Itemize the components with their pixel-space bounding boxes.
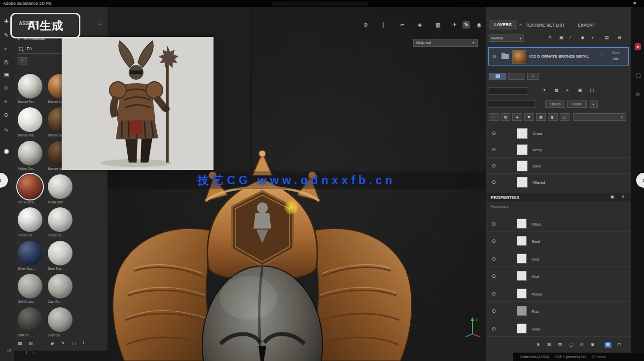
tool-selection-icon[interactable]: ◉ — [3, 148, 9, 154]
material-item[interactable]: Metal Dam... — [48, 174, 75, 204]
material-item[interactable]: Steel Pai... — [48, 241, 75, 270]
stack-small-icon[interactable]: ▣ — [591, 343, 595, 347]
layer-search-input[interactable] — [489, 87, 528, 95]
material-item[interactable]: Fabric Or... — [48, 207, 75, 237]
tab-export[interactable]: EXPORT — [578, 23, 595, 28]
display-settings-icon[interactable]: ◎ — [636, 92, 640, 97]
tool-projection-icon[interactable]: ◎ — [4, 59, 9, 65]
add-smart-material-icon[interactable]: ◐ — [592, 35, 594, 40]
layer-visibility-icon[interactable]: ⊙ — [492, 163, 496, 168]
material-item[interactable]: Cast Ro... — [48, 274, 75, 303]
tab-textureset-list[interactable]: TEXTURE SET LIST — [526, 23, 565, 28]
material-item[interactable]: Dark Iro... — [18, 307, 45, 337]
refresh-icon[interactable]: ↺ — [7, 348, 11, 354]
spray-icon[interactable]: ✈ — [542, 88, 546, 93]
mode-toggle-7[interactable]: ▢ — [560, 113, 570, 121]
tool-clone-icon[interactable]: ≡ — [4, 98, 7, 104]
close-panel-icon[interactable]: ✕ — [621, 195, 625, 199]
layer-visibility-icon[interactable]: ⊙ — [492, 54, 496, 59]
property-row[interactable]: ⊙ Kind — [486, 269, 631, 284]
pause-icon[interactable]: ∥ — [382, 22, 385, 28]
grid-small-icon[interactable]: ▦ — [547, 343, 551, 347]
property-row[interactable]: ⊙ Rust — [486, 304, 631, 319]
add-folder-icon[interactable]: ▤ — [605, 35, 609, 40]
target-icon[interactable]: ⌖ — [566, 88, 569, 93]
camera-icon[interactable]: ◉ — [477, 22, 482, 28]
panel-menu-icon[interactable]: ▢ — [99, 21, 103, 25]
play-playback-icon[interactable]: ▷ — [33, 351, 35, 354]
tool-move-icon[interactable]: ✚ — [4, 19, 8, 24]
property-visibility-icon[interactable]: ⊙ — [492, 326, 496, 331]
material-item[interactable]: Gray Co... — [48, 307, 75, 337]
active-view-icon[interactable]: ▦ — [605, 342, 611, 348]
layer-row[interactable]: ⊙ Crust — [486, 126, 631, 141]
property-visibility-icon[interactable]: ⊙ — [492, 238, 496, 244]
drag-handle-icon[interactable]: ∷ — [601, 53, 604, 58]
mode-toggle-3[interactable]: ◈ — [512, 113, 522, 121]
channel-list-dropdown[interactable]: ▼ — [527, 73, 539, 80]
material-item[interactable]: Bronze Fin... — [18, 74, 45, 103]
mode-toggle-2[interactable]: ▤ — [501, 113, 510, 121]
material-item[interactable]: Fabric Co... — [18, 207, 45, 237]
property-row[interactable]: ⊙ Plated — [486, 287, 631, 302]
property-row[interactable]: ⊙ Fitted — [486, 217, 631, 232]
property-visibility-icon[interactable]: ⊙ — [492, 291, 496, 296]
material-item-selected[interactable]: Iron Rust D... — [18, 174, 45, 204]
tab-layers-close-icon[interactable]: ✕ — [519, 23, 522, 27]
add-mask-icon[interactable]: ◆ — [581, 35, 584, 40]
layer-opacity-value[interactable]: 100 — [612, 57, 618, 61]
grid-view-icon[interactable]: ▦ — [18, 341, 22, 346]
property-row[interactable]: ⊙ Inlaid — [486, 322, 631, 337]
mode-toggle-5[interactable]: ▦ — [536, 113, 546, 121]
tab-layers[interactable]: LAYERS — [489, 20, 517, 30]
tool-particles-icon[interactable]: ∿ — [4, 127, 8, 132]
value-field-1[interactable]: 100.00 — [545, 100, 565, 108]
mode-toggle-4[interactable]: ✱ — [524, 113, 534, 121]
zoom-thumbnails-icon[interactable]: ⊕ — [50, 341, 54, 346]
value-units-dropdown[interactable]: ▼ — [589, 100, 598, 108]
folder-small-icon[interactable]: ▤ — [580, 343, 584, 347]
material-item[interactable]: Yellow Ow... — [18, 141, 45, 170]
tool-smudge-icon[interactable]: ◇ — [4, 85, 8, 90]
pause-playback-icon[interactable]: ∥ — [26, 351, 28, 354]
edit-asset-icon[interactable]: ✎ — [61, 341, 65, 346]
layer-selected[interactable]: ⊙ ICO D ORNATE BRONZE METAL ∷ Norm 100 — [488, 47, 629, 66]
material-ball-icon[interactable]: ◯ — [636, 73, 641, 78]
pattern-icon[interactable]: ▦ — [554, 88, 559, 93]
toggle-visibility-icon[interactable]: ⊘ — [363, 22, 368, 28]
tool-brush-icon[interactable]: ✎ — [4, 33, 8, 38]
blend-mode-dropdown[interactable]: Normal ▼ — [489, 34, 524, 42]
value-field-2[interactable]: 0.000 — [567, 100, 587, 108]
polygon-tool-icon[interactable]: ▱ — [400, 22, 404, 28]
tool-stencil-icon[interactable]: ▣ — [4, 72, 9, 77]
mode-toggle-1[interactable]: ▭ — [489, 113, 499, 121]
layer-row[interactable]: ⊙ Oxid — [486, 159, 631, 174]
layout-icon[interactable]: ▦ — [435, 22, 440, 28]
notification-badge-icon[interactable]: ◈ — [635, 43, 641, 50]
delete-layer-icon[interactable]: ⊟ — [617, 35, 621, 40]
material-item[interactable]: Bronze Pai... — [18, 107, 45, 137]
list-view-icon[interactable]: ▥ — [29, 341, 33, 346]
checkbox-icon[interactable]: ▢ — [590, 88, 594, 93]
new-asset-icon[interactable]: ▢ — [72, 341, 76, 346]
channel-mode-button[interactable]: — — [508, 73, 525, 80]
extra-view-icon[interactable]: ▢ — [617, 343, 621, 347]
layer-row[interactable]: ⊙ Altered — [486, 175, 631, 190]
add-paint-layer-icon[interactable]: ✎ — [548, 35, 552, 40]
parameter-name-input[interactable] — [489, 100, 536, 108]
property-visibility-icon[interactable]: ⊙ — [492, 256, 496, 262]
material-item[interactable]: Silver Exp... — [18, 241, 45, 270]
mode-toggle-6[interactable]: ◧ — [548, 113, 558, 121]
property-visibility-icon[interactable]: ⊙ — [492, 308, 496, 314]
link-icon[interactable]: ≋ — [537, 343, 540, 347]
layer-row[interactable]: ⊙ Keep — [486, 142, 631, 158]
filter-button[interactable]: ▽ — [18, 57, 27, 65]
channel-toggle-button[interactable] — [489, 73, 506, 80]
add-asset-icon[interactable]: + — [82, 340, 85, 346]
property-visibility-icon[interactable]: ⊙ — [492, 221, 496, 227]
brush-tool-icon[interactable]: ✎ — [463, 21, 470, 29]
tool-eraser-icon[interactable]: ⌖ — [4, 46, 7, 52]
add-fill-layer-icon[interactable]: ▣ — [559, 35, 564, 40]
property-visibility-icon[interactable]: ⊙ — [492, 273, 496, 279]
material-item[interactable]: Grill S Leg... — [18, 274, 45, 303]
